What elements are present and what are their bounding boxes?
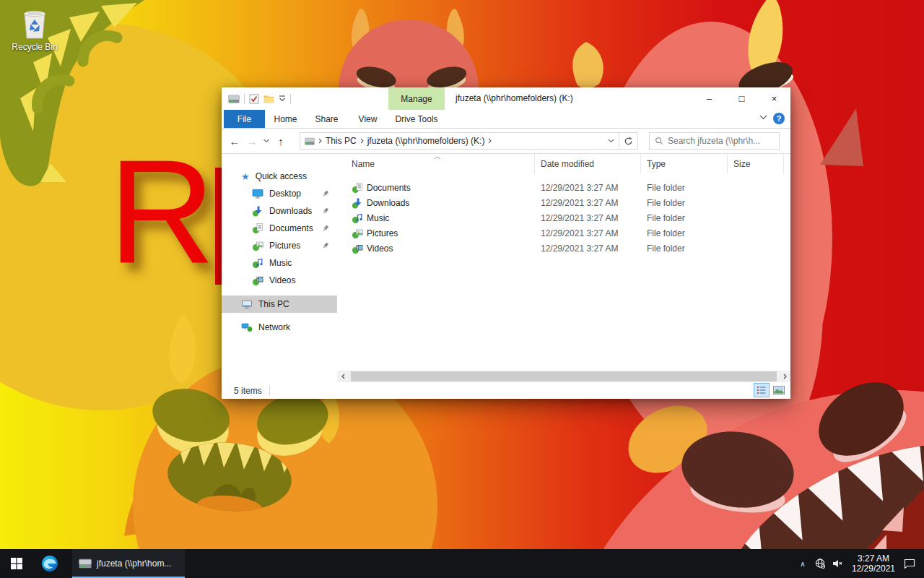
- status-bar: 5 items: [222, 382, 790, 399]
- network-offline-icon[interactable]: [811, 549, 829, 578]
- sidebar-item-pictures[interactable]: Pictures: [222, 237, 337, 254]
- recycle-bin-icon: [21, 9, 48, 40]
- sidebar-item-label: Desktop: [269, 189, 301, 199]
- table-row[interactable]: Videos 12/29/2021 3:27 AM File folder: [337, 241, 790, 256]
- scrollbar-thumb[interactable]: [351, 371, 777, 381]
- taskbar: jfuzeta (\\phr\hom... ∧: [0, 549, 924, 578]
- scroll-left-icon[interactable]: [337, 371, 349, 382]
- horizontal-scrollbar[interactable]: [337, 371, 790, 382]
- help-icon[interactable]: ?: [773, 113, 785, 124]
- network-icon: [241, 322, 253, 333]
- column-header-size[interactable]: Size: [728, 154, 784, 174]
- back-button[interactable]: ←: [226, 135, 243, 147]
- forward-button[interactable]: →: [243, 135, 261, 147]
- close-button[interactable]: ×: [758, 87, 790, 110]
- recycle-bin[interactable]: Recycle Bin: [7, 9, 62, 52]
- file-date: 12/29/2021 3:27 AM: [535, 228, 641, 238]
- refresh-button[interactable]: [619, 132, 638, 150]
- tab-share[interactable]: Share: [306, 110, 347, 128]
- tab-file[interactable]: File: [224, 110, 265, 128]
- contextual-tab-group: Manage: [388, 87, 445, 110]
- drive-icon[interactable]: [228, 95, 240, 103]
- sidebar-item-label: This PC: [258, 299, 289, 309]
- search-input[interactable]: Search jfuzeta (\\phr\h...: [649, 132, 780, 150]
- sidebar-item-quick-access[interactable]: ★ Quick access: [222, 168, 337, 185]
- customize-qat-icon[interactable]: [279, 95, 286, 102]
- table-row[interactable]: Music 12/29/2021 3:27 AM File folder: [337, 210, 790, 225]
- quick-access-toolbar: [222, 94, 291, 104]
- sidebar-item-music[interactable]: Music: [222, 254, 337, 272]
- column-header-type[interactable]: Type: [641, 154, 728, 174]
- edge-taskbar-button[interactable]: [33, 549, 66, 578]
- table-row[interactable]: Downloads 12/29/2021 3:27 AM File folder: [337, 195, 790, 210]
- tab-drive-tools[interactable]: Drive Tools: [388, 110, 445, 128]
- drive-icon: [305, 137, 315, 145]
- file-date: 12/29/2021 3:27 AM: [535, 213, 641, 223]
- address-bar[interactable]: This PC jfuzeta (\\phr\homefolders) (K:): [300, 132, 619, 150]
- separator: [244, 94, 245, 104]
- maximize-button[interactable]: □: [725, 87, 758, 110]
- window-controls: – □ ×: [693, 87, 790, 110]
- sidebar-item-label: Videos: [269, 275, 295, 285]
- scrollbar-track[interactable]: [349, 371, 779, 382]
- volume-muted-icon[interactable]: [829, 549, 846, 578]
- wallpaper-letter: R: [108, 137, 217, 285]
- tab-home[interactable]: Home: [265, 110, 306, 128]
- edge-icon: [41, 555, 58, 572]
- downloads-icon: [252, 205, 263, 217]
- windows-logo-icon: [11, 558, 22, 569]
- file-date: 12/29/2021 3:27 AM: [535, 198, 641, 208]
- sidebar-spacer: [222, 289, 337, 296]
- thumbnails-view-button[interactable]: [771, 383, 787, 397]
- search-icon: [655, 137, 663, 145]
- column-headers: Name Date modified Type Size: [337, 154, 790, 174]
- details-view-button[interactable]: [754, 383, 770, 397]
- file-name: Pictures: [367, 228, 398, 238]
- sidebar-item-documents[interactable]: Documents: [222, 220, 337, 237]
- sidebar-item-label: Downloads: [269, 206, 312, 216]
- properties-icon[interactable]: [249, 94, 259, 104]
- file-list-pane: Name Date modified Type Size Doc: [337, 154, 790, 382]
- scroll-right-icon[interactable]: [779, 371, 790, 382]
- table-row[interactable]: Documents 12/29/2021 3:27 AM File folder: [337, 180, 790, 195]
- action-center-icon[interactable]: [901, 549, 918, 578]
- desktop-icon: [252, 188, 263, 199]
- file-type: File folder: [641, 243, 728, 254]
- taskbar-clock[interactable]: 3:27 AM 12/29/2021: [846, 553, 901, 574]
- sidebar-item-network[interactable]: Network: [222, 319, 337, 336]
- item-count: 5 items: [222, 386, 262, 396]
- tab-view[interactable]: View: [347, 110, 388, 128]
- taskbar-item-explorer[interactable]: jfuzeta (\\phr\hom...: [72, 549, 185, 578]
- sidebar-item-videos[interactable]: Videos: [222, 272, 337, 289]
- breadcrumb-this-pc[interactable]: This PC: [326, 136, 357, 146]
- music-icon: [252, 257, 263, 269]
- ribbon-collapse-icon[interactable]: [759, 115, 767, 120]
- sidebar-item-desktop[interactable]: Desktop: [222, 185, 337, 202]
- table-row[interactable]: Pictures 12/29/2021 3:27 AM File folder: [337, 225, 790, 241]
- sidebar-item-downloads[interactable]: Downloads: [222, 202, 337, 220]
- recent-locations-icon[interactable]: [261, 139, 272, 143]
- address-dropdown-icon[interactable]: [608, 139, 614, 143]
- chevron-right-icon[interactable]: [360, 138, 364, 144]
- up-button[interactable]: ↑: [272, 135, 289, 147]
- pin-icon: [322, 225, 329, 232]
- search-placeholder: Search jfuzeta (\\phr\h...: [668, 136, 760, 146]
- chevron-right-icon[interactable]: [488, 138, 492, 144]
- tray-expand-icon[interactable]: ∧: [794, 549, 811, 578]
- sidebar-item-label: Quick access: [256, 171, 307, 181]
- title-bar[interactable]: Manage jfuzeta (\\phr\homefolders) (K:) …: [222, 87, 790, 110]
- minimize-button[interactable]: –: [693, 87, 725, 110]
- breadcrumb-drive[interactable]: jfuzeta (\\phr\homefolders) (K:): [367, 136, 485, 146]
- videos-icon: [252, 275, 263, 286]
- file-list: Documents 12/29/2021 3:27 AM File folder: [337, 180, 790, 256]
- new-folder-icon[interactable]: [263, 95, 274, 103]
- sidebar-item-this-pc[interactable]: This PC: [222, 296, 337, 313]
- explorer-window: Manage jfuzeta (\\phr\homefolders) (K:) …: [222, 87, 790, 399]
- desktop: R Recycle Bin: [0, 0, 924, 578]
- file-type: File folder: [641, 213, 728, 223]
- downloads-folder-icon: [352, 197, 363, 209]
- start-button[interactable]: [0, 549, 33, 578]
- navigation-bar: ← → ↑ This PC jfuzeta (\\phr\hom: [222, 129, 790, 154]
- documents-folder-icon: [352, 182, 363, 194]
- column-header-date-modified[interactable]: Date modified: [535, 154, 641, 174]
